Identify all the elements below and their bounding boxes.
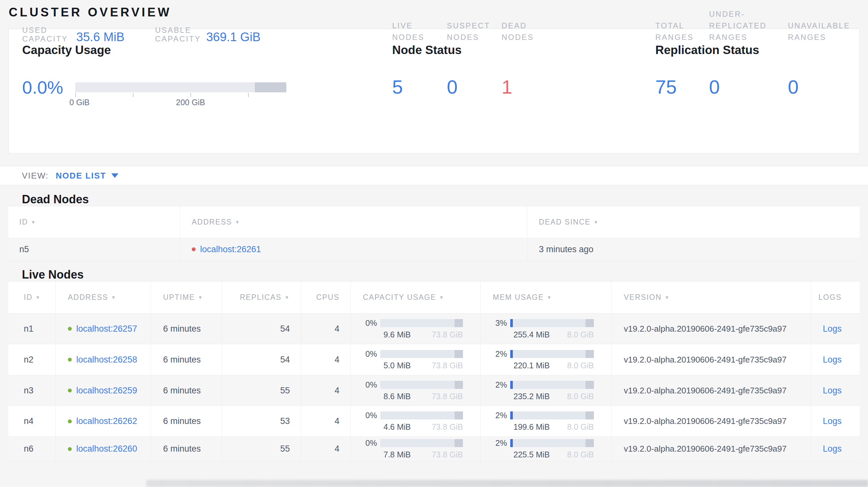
mem-used-value: 235.2 MiB	[514, 392, 550, 401]
dead-nodes-table: ID▼ ADDRESS▼ DEAD SINCE▼ n5 localhost:26…	[8, 206, 860, 261]
capacity-bar-other-segment	[455, 412, 463, 419]
capacity-bar	[380, 439, 463, 447]
node-status-title: Node Status	[392, 43, 572, 57]
mem-bar-other-segment	[586, 381, 594, 389]
usable-capacity-value: 369.1 GiB	[206, 30, 260, 44]
usable-capacity-label: USABLE CAPACITY	[155, 26, 197, 43]
dead-node-dot-icon	[192, 247, 196, 251]
capacity-used-value: 7.8 MiB	[383, 450, 411, 459]
live-node-address-link[interactable]: localhost:26257	[76, 324, 137, 334]
sort-arrow-icon: ▼	[235, 219, 240, 225]
mem-percent-label: 2%	[480, 380, 510, 390]
live-node-dot-icon	[68, 389, 72, 392]
live-node-address-link[interactable]: localhost:26258	[76, 355, 137, 365]
live-col-capacity-usage[interactable]: CAPACITY USAGE▼	[350, 282, 480, 313]
mem-usage-meter: 2% 199.6 MiB 8.0 GiB	[480, 406, 611, 436]
dead-node-address-link[interactable]: localhost:26261	[200, 245, 261, 254]
used-capacity-value: 35.6 MiB	[76, 30, 125, 44]
unavailable-ranges-count: 0	[788, 77, 861, 97]
capacity-total-value: 73.8 GiB	[432, 361, 463, 370]
capacity-total-value: 73.8 GiB	[432, 392, 463, 401]
capacity-used-value: 8.6 MiB	[383, 392, 411, 401]
capacity-gauge: 0.0% 0 GiB 200 GiB	[22, 76, 286, 98]
live-node-row: n6 localhost:26260 6 minutes 55 4 0% 7.8…	[8, 437, 860, 461]
live-col-mem-usage[interactable]: MEM USAGE▼	[480, 282, 611, 313]
mem-used-value: 220.1 MiB	[514, 361, 550, 370]
capacity-percent-label: 0%	[351, 349, 380, 359]
capacity-total-value: 73.8 GiB	[432, 450, 463, 459]
dead-node-row: n5 localhost:26261 3 minutes ago	[8, 238, 860, 261]
dead-col-id[interactable]: ID▼	[8, 206, 180, 238]
live-node-version: v19.2.0-alpha.20190606-2491-gfe735c9a97	[624, 324, 786, 334]
mem-bar-fill	[510, 319, 513, 327]
mem-bar-other-segment	[586, 319, 594, 327]
live-node-cpus: 4	[335, 386, 339, 396]
sort-arrow-icon: ▼	[439, 295, 445, 300]
logs-link[interactable]: Logs	[823, 386, 842, 396]
chevron-down-icon	[111, 173, 118, 178]
dead-col-address[interactable]: ADDRESS▼	[180, 206, 527, 238]
live-nodes-count: 5	[392, 77, 447, 97]
dead-col-dead-since[interactable]: DEAD SINCE▼	[527, 206, 860, 238]
mem-usage-meter: 2% 225.5 MiB 8.0 GiB	[480, 437, 611, 461]
live-col-logs: LOGS	[811, 282, 860, 313]
live-node-dot-icon	[68, 358, 72, 362]
view-selector-dropdown[interactable]: NODE LIST	[56, 171, 118, 181]
mem-used-value: 255.4 MiB	[514, 330, 550, 339]
mem-bar	[510, 439, 594, 447]
live-col-replicas[interactable]: REPLICAS▼	[222, 282, 301, 313]
mem-total-value: 8.0 GiB	[567, 392, 594, 401]
capacity-usage-section: Capacity Usage 0.0% 0 GiB 200 GiB USED C…	[22, 43, 312, 57]
capacity-percent-label: 0%	[351, 380, 380, 390]
capacity-percent-label: 0%	[351, 411, 380, 420]
mem-percent-label: 2%	[480, 349, 510, 359]
logs-link[interactable]: Logs	[823, 324, 842, 334]
capacity-bar	[380, 381, 463, 389]
mem-total-value: 8.0 GiB	[567, 330, 594, 339]
cluster-summary-card: Capacity Usage 0.0% 0 GiB 200 GiB USED C…	[8, 29, 860, 154]
view-selected-value: NODE LIST	[56, 171, 106, 181]
live-col-version[interactable]: VERSION▼	[611, 282, 811, 313]
live-node-address-link[interactable]: localhost:26262	[76, 416, 137, 426]
live-node-id: n2	[24, 355, 33, 365]
mem-bar-fill	[510, 350, 513, 358]
gauge-tick-label: 200 GiB	[176, 98, 205, 107]
replication-status-section: Replication Status 75 0 0 TOTAL RANGES U…	[655, 43, 861, 57]
live-node-replicas: 55	[280, 444, 290, 454]
live-nodes-header-row: ID▼ ADDRESS▼ UPTIME▼ REPLICAS▼ CPUS CAPA…	[8, 282, 860, 314]
capacity-percent-label: 0%	[351, 439, 380, 448]
mem-bar	[510, 350, 594, 358]
live-node-address-link[interactable]: localhost:26259	[76, 386, 137, 396]
mem-percent-label: 3%	[480, 319, 510, 328]
logs-link[interactable]: Logs	[823, 416, 842, 426]
live-node-replicas: 53	[280, 416, 290, 426]
sort-arrow-icon: ▼	[35, 295, 41, 300]
sort-arrow-icon: ▼	[594, 219, 599, 225]
live-col-cpus[interactable]: CPUS	[301, 282, 350, 313]
mem-total-value: 8.0 GiB	[567, 450, 594, 459]
mem-usage-meter: 3% 255.4 MiB 8.0 GiB	[480, 314, 611, 344]
live-node-address-link[interactable]: localhost:26260	[76, 444, 137, 454]
mem-percent-label: 2%	[480, 439, 510, 448]
mem-used-value: 199.6 MiB	[514, 422, 550, 432]
mem-total-value: 8.0 GiB	[567, 422, 594, 432]
live-col-uptime[interactable]: UPTIME▼	[151, 282, 222, 313]
capacity-percent: 0.0%	[22, 77, 70, 98]
sort-arrow-icon: ▼	[547, 295, 552, 300]
dead-nodes-heading: Dead Nodes	[22, 193, 868, 206]
live-col-address[interactable]: ADDRESS▼	[55, 282, 151, 313]
live-node-replicas: 54	[280, 355, 290, 365]
live-node-uptime: 6 minutes	[163, 416, 201, 426]
live-col-id[interactable]: ID▼	[8, 282, 55, 313]
logs-link[interactable]: Logs	[823, 444, 842, 454]
logs-link[interactable]: Logs	[823, 355, 842, 365]
live-node-id: n1	[24, 324, 33, 334]
live-node-uptime: 6 minutes	[163, 355, 201, 365]
mem-percent-label: 2%	[480, 411, 510, 420]
sort-arrow-icon: ▼	[284, 295, 290, 300]
live-node-row: n3 localhost:26259 6 minutes 55 4 0% 8.6…	[8, 376, 860, 406]
mem-usage-meter: 2% 220.1 MiB 8.0 GiB	[480, 344, 611, 375]
capacity-bar-other-segment	[455, 381, 463, 389]
live-nodes-label: LIVE NODES	[392, 20, 447, 43]
live-node-uptime: 6 minutes	[163, 324, 201, 334]
